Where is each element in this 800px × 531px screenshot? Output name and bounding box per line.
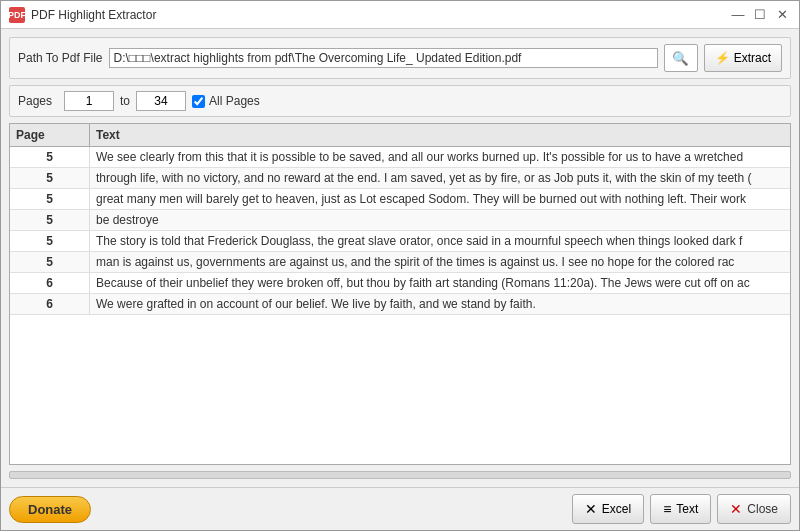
cell-page: 5 [10, 147, 90, 167]
search-button[interactable]: 🔍 [664, 44, 698, 72]
table-body: 5We see clearly from this that it is pos… [10, 147, 790, 464]
app-icon: PDF [9, 7, 25, 23]
table-row[interactable]: 5The story is told that Frederick Dougla… [10, 231, 790, 252]
page-to-label: to [120, 94, 130, 108]
extract-button[interactable]: ⚡ Extract [704, 44, 782, 72]
window-title: PDF Highlight Extractor [31, 8, 156, 22]
table-row[interactable]: 5We see clearly from this that it is pos… [10, 147, 790, 168]
table-row[interactable]: 5man is against us, governments are agai… [10, 252, 790, 273]
page-from-input[interactable] [64, 91, 114, 111]
cell-text: We were grafted in on account of our bel… [90, 294, 790, 314]
cell-text: great many men will barely get to heaven… [90, 189, 790, 209]
text-button[interactable]: ≡ Text [650, 494, 711, 524]
cell-page: 5 [10, 210, 90, 230]
pages-label: Pages [18, 94, 52, 108]
cell-text: be destroye [90, 210, 790, 230]
text-icon: ≡ [663, 501, 671, 517]
maximize-button[interactable]: ☐ [751, 6, 769, 24]
cell-text: The story is told that Frederick Douglas… [90, 231, 790, 251]
page-to-input[interactable] [136, 91, 186, 111]
minimize-button[interactable]: — [729, 6, 747, 24]
all-pages-label[interactable]: All Pages [192, 94, 260, 108]
pages-row: Pages to All Pages [9, 85, 791, 117]
cell-page: 5 [10, 231, 90, 251]
cell-text: We see clearly from this that it is poss… [90, 147, 790, 167]
content-area: Path To Pdf File 🔍 ⚡ Extract Pages to Al… [1, 29, 799, 487]
footer: Donate ✕ Excel ≡ Text ✕ Close [1, 487, 799, 530]
path-row: Path To Pdf File 🔍 ⚡ Extract [9, 37, 791, 79]
title-bar: PDF PDF Highlight Extractor — ☐ ✕ [1, 1, 799, 29]
close-button[interactable]: ✕ Close [717, 494, 791, 524]
cell-page: 6 [10, 273, 90, 293]
extract-icon: ⚡ [715, 51, 730, 65]
col-header-text: Text [90, 124, 790, 146]
col-header-page: Page [10, 124, 90, 146]
excel-button[interactable]: ✕ Excel [572, 494, 644, 524]
main-window: PDF PDF Highlight Extractor — ☐ ✕ Path T… [0, 0, 800, 531]
table-header: Page Text [10, 124, 790, 147]
close-icon: ✕ [730, 501, 742, 517]
all-pages-checkbox[interactable] [192, 95, 205, 108]
path-input[interactable] [109, 48, 658, 68]
footer-buttons: ✕ Excel ≡ Text ✕ Close [572, 494, 791, 524]
table-row[interactable]: 6Because of their unbelief they were bro… [10, 273, 790, 294]
excel-icon: ✕ [585, 501, 597, 517]
table-row[interactable]: 5be destroye [10, 210, 790, 231]
close-window-button[interactable]: ✕ [773, 6, 791, 24]
title-controls: — ☐ ✕ [729, 6, 791, 24]
table-row[interactable]: 5through life, with no victory, and no r… [10, 168, 790, 189]
path-label: Path To Pdf File [18, 51, 103, 65]
spacer-bar [9, 471, 791, 479]
search-icon: 🔍 [672, 51, 689, 66]
cell-text: Because of their unbelief they were brok… [90, 273, 790, 293]
table-row[interactable]: 6We were grafted in on account of our be… [10, 294, 790, 315]
cell-page: 5 [10, 252, 90, 272]
cell-text: through life, with no victory, and no re… [90, 168, 790, 188]
cell-text: man is against us, governments are again… [90, 252, 790, 272]
table-row[interactable]: 5great many men will barely get to heave… [10, 189, 790, 210]
title-bar-left: PDF PDF Highlight Extractor [9, 7, 156, 23]
results-table: Page Text 5We see clearly from this that… [9, 123, 791, 465]
cell-page: 6 [10, 294, 90, 314]
donate-button[interactable]: Donate [9, 496, 91, 523]
cell-page: 5 [10, 189, 90, 209]
cell-page: 5 [10, 168, 90, 188]
